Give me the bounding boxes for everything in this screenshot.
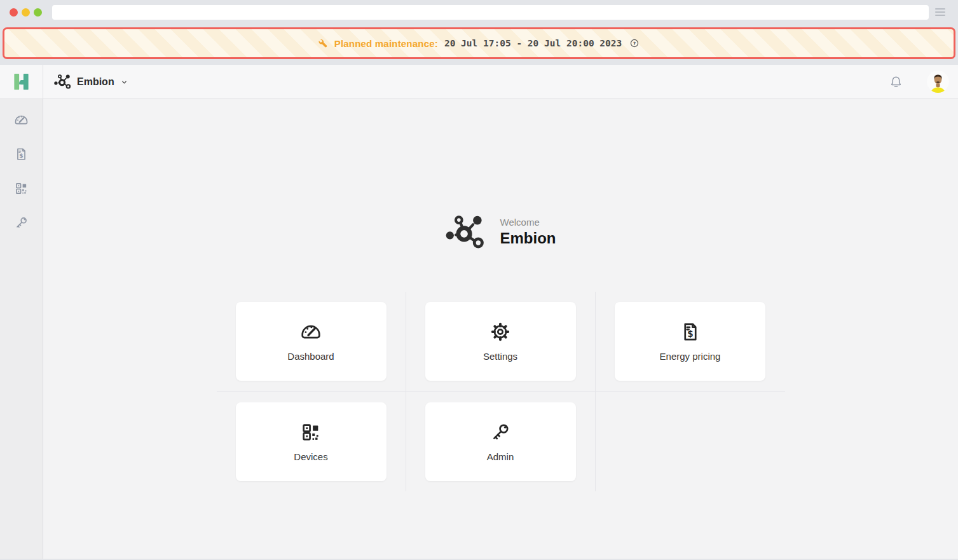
h-logo-icon [11,72,31,92]
chevron-down-icon [120,78,128,86]
app-shell: Embion Welcome [0,65,958,559]
welcome-block: Welcome Embion [43,212,958,252]
molecule-icon [446,212,485,252]
gauge-icon [14,113,29,127]
maintenance-banner: Planned maintenance: 20 Jul 17:05 - 20 J… [3,27,955,59]
sidebar-item-devices[interactable] [9,181,34,196]
sidebar-item-dashboard[interactable] [9,112,34,127]
sidebar-item-energy-pricing[interactable] [9,146,34,161]
welcome-greeting: Welcome [500,217,556,228]
maintenance-schedule: 20 Jul 17:05 - 20 Jul 20:00 2023 [444,38,622,48]
qr-code-icon [300,421,322,443]
welcome-org-name: Embion [500,229,556,247]
hub-logo[interactable] [0,65,43,99]
org-name: Embion [77,76,114,88]
grid-cell: Devices [217,392,406,491]
bell-icon [889,74,903,89]
app-header: Embion [43,65,958,99]
qr-code-icon [14,181,29,196]
maintenance-label: Planned maintenance: [334,38,438,49]
invoice-dollar-icon [680,321,701,343]
card-label: Devices [294,451,327,462]
avatar [927,71,949,93]
gauge-icon [300,321,322,343]
grid-cell: Admin [406,392,596,491]
window-controls [10,8,42,17]
card-admin[interactable]: Admin [425,402,576,481]
grid-cell-empty [596,392,785,491]
key-icon [14,215,29,230]
card-dashboard[interactable]: Dashboard [236,302,387,381]
sidebar [0,99,43,559]
card-label: Energy pricing [660,351,721,362]
close-window-button[interactable] [10,8,18,17]
browser-menu-icon[interactable] [935,5,949,19]
card-energy-pricing[interactable]: Energy pricing [615,302,765,381]
sidebar-item-admin[interactable] [9,215,34,230]
card-label: Dashboard [287,351,334,362]
molecule-icon [54,73,71,90]
wrench-icon [317,38,328,49]
zoom-window-button[interactable] [34,8,42,17]
org-switcher[interactable]: Embion [54,73,128,90]
grid-cell: Settings [406,292,596,392]
minimize-window-button[interactable] [22,8,30,17]
card-devices[interactable]: Devices [236,402,387,481]
card-label: Admin [487,451,514,462]
user-menu-button[interactable] [927,71,949,93]
banner-zone: Planned maintenance: 20 Jul 17:05 - 20 J… [0,27,958,65]
main-content: Welcome Embion Dashboard Settings [43,99,958,559]
gear-icon [489,321,511,343]
help-circle-icon[interactable] [628,37,641,50]
key-icon [489,421,511,443]
invoice-dollar-icon [14,147,29,161]
notifications-button[interactable] [888,74,903,90]
shortcut-grid: Dashboard Settings Energy pricing Device… [217,292,785,491]
url-bar[interactable] [52,5,929,20]
grid-cell: Energy pricing [596,292,785,392]
browser-titlebar [0,0,958,24]
card-settings[interactable]: Settings [425,302,576,381]
card-label: Settings [483,351,517,362]
grid-cell: Dashboard [217,292,406,392]
